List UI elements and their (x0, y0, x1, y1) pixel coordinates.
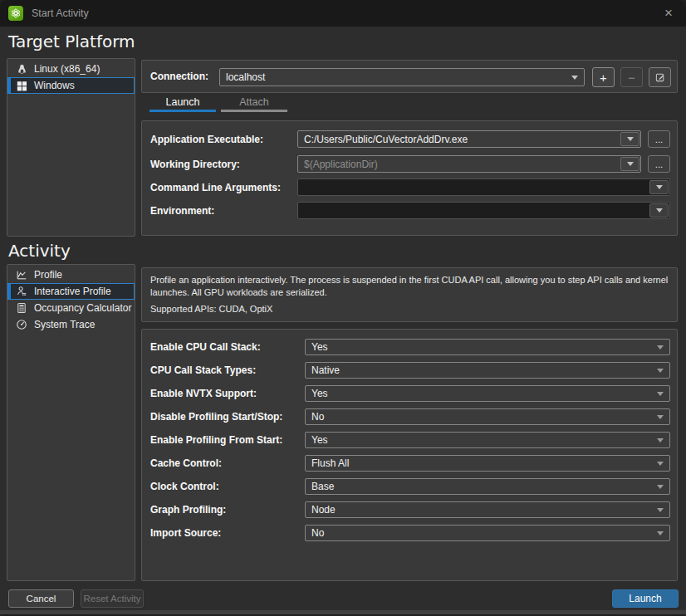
edit-connection-button[interactable] (649, 67, 671, 87)
cache-control-label: Cache Control: (150, 457, 222, 469)
enable-cpu-call-stack-combobox[interactable]: Yes (305, 339, 670, 355)
person-icon (15, 285, 28, 298)
enable-nvtx-support-label: Enable NVTX Support: (150, 388, 257, 399)
launch-button[interactable]: Launch (612, 589, 679, 608)
enable-nvtx-support-combobox[interactable]: Yes (305, 385, 670, 402)
import-source-label: Import Source: (150, 527, 221, 539)
disable-profiling-start-stop-value: No (311, 411, 657, 423)
close-icon[interactable]: × (658, 2, 679, 24)
enable-profiling-from-start-combobox[interactable]: Yes (305, 432, 670, 448)
chevron-down-icon (657, 392, 664, 396)
chevron-down-icon (657, 462, 664, 466)
target-platform-heading: Target Platform (8, 32, 135, 51)
activity-item-label: Profile (34, 269, 62, 281)
application-executable-label: Application Executable: (150, 134, 263, 145)
working-directory-value: $(ApplicationDir) (304, 159, 619, 170)
cache-control-combobox[interactable]: Flush All (305, 455, 670, 472)
connection-panel: Connection: localhost + − (141, 60, 678, 93)
working-directory-label: Working Directory: (150, 159, 240, 170)
disable-profiling-start-stop-combobox[interactable]: No (305, 408, 670, 425)
clock-control-value: Base (311, 481, 657, 492)
supported-apis-text: Supported APIs: CUDA, OptiX (150, 303, 669, 315)
activity-item-occupancy-calculator[interactable]: Occupancy Calculator (7, 300, 135, 316)
chevron-down-icon (657, 508, 664, 512)
chevron-down-icon (571, 76, 578, 80)
platform-item-linux[interactable]: Linux (x86_64) (7, 61, 135, 77)
window-bottom-edge (0, 610, 686, 616)
cpu-call-stack-types-combobox[interactable]: Native (305, 362, 670, 379)
activity-item-system-trace[interactable]: System Trace (7, 316, 135, 333)
enable-cpu-call-stack-label: Enable CPU Call Stack: (150, 341, 261, 353)
linux-icon (15, 62, 28, 76)
chevron-down-icon (657, 415, 664, 419)
options-panel: Enable CPU Call Stack: Yes CPU Call Stac… (141, 329, 678, 581)
connection-label: Connection: (150, 71, 208, 82)
chevron-down-icon (657, 485, 664, 489)
activity-item-label: Occupancy Calculator (34, 302, 131, 314)
chevron-down-icon (657, 531, 664, 535)
activity-heading: Activity (8, 241, 71, 261)
browse-directory-button[interactable]: ... (648, 155, 670, 173)
enable-nvtx-support-value: Yes (311, 388, 657, 399)
window-title: Start Activity (32, 7, 89, 19)
clock-control-label: Clock Control: (150, 481, 219, 492)
activity-item-label: Interactive Profile (34, 286, 111, 297)
chevron-down-icon (649, 203, 669, 218)
calculator-icon (15, 301, 28, 315)
activity-list: Profile Interactive Profile Occupancy Ca… (7, 264, 135, 581)
launch-form-panel: Application Executable: C:/Users/Public/… (141, 120, 678, 236)
import-source-value: No (311, 527, 657, 539)
command-line-arguments-label: Command Line Arguments: (150, 182, 281, 193)
connection-combobox[interactable]: localhost (219, 68, 585, 86)
activity-description-text: Profile an application interactively. Th… (150, 274, 669, 299)
graph-profiling-label: Graph Profiling: (150, 504, 226, 516)
activity-item-label: System Trace (34, 319, 95, 330)
chart-icon (15, 268, 28, 281)
tab-attach-underline (221, 110, 287, 112)
command-line-arguments-input[interactable] (297, 178, 670, 196)
working-directory-combobox[interactable]: $(ApplicationDir) (297, 155, 641, 173)
chevron-down-icon (649, 180, 669, 194)
remove-connection-button[interactable]: − (620, 67, 643, 87)
activity-item-interactive-profile[interactable]: Interactive Profile (7, 283, 135, 300)
environment-label: Environment: (150, 205, 214, 217)
disable-profiling-start-stop-label: Disable Profiling Start/Stop: (150, 411, 282, 423)
platform-item-label: Linux (x86_64) (34, 63, 100, 75)
environment-input[interactable] (297, 202, 670, 219)
windows-icon (15, 79, 28, 92)
nsight-logo-icon (8, 6, 23, 21)
title-bar: Start Activity × (0, 0, 686, 27)
cpu-call-stack-types-label: CPU Call Stack Types: (150, 364, 256, 376)
connection-value: localhost (226, 71, 571, 83)
start-activity-dialog: Start Activity × Target Platform Linux (… (0, 0, 686, 616)
chevron-down-icon (620, 132, 639, 146)
tab-attach[interactable]: Attach (221, 96, 287, 108)
edit-pencil-icon (654, 71, 666, 83)
graph-profiling-value: Node (311, 504, 657, 516)
browse-executable-button[interactable]: ... (648, 130, 670, 148)
reset-activity-button[interactable]: Reset Activity (81, 589, 144, 608)
tab-launch[interactable]: Launch (149, 96, 216, 108)
platform-item-windows[interactable]: Windows (7, 77, 135, 94)
application-executable-value: C:/Users/Public/CuVectorAddDrv.exe (304, 134, 619, 145)
enable-cpu-call-stack-value: Yes (311, 341, 657, 353)
enable-profiling-from-start-label: Enable Profiling From Start: (150, 434, 282, 446)
activity-item-profile[interactable]: Profile (7, 266, 135, 283)
tab-launch-underline (149, 110, 216, 112)
platform-item-label: Windows (34, 80, 75, 91)
clock-control-combobox[interactable]: Base (305, 478, 670, 495)
cache-control-value: Flush All (311, 457, 657, 469)
import-source-combobox[interactable]: No (305, 525, 670, 541)
enable-profiling-from-start-value: Yes (311, 434, 657, 446)
cpu-call-stack-types-value: Native (311, 364, 657, 376)
gauge-icon (15, 318, 28, 331)
chevron-down-icon (657, 438, 664, 442)
chevron-down-icon (657, 369, 664, 373)
activity-description-panel: Profile an application interactively. Th… (141, 267, 678, 322)
application-executable-combobox[interactable]: C:/Users/Public/CuVectorAddDrv.exe (297, 130, 641, 148)
graph-profiling-combobox[interactable]: Node (305, 501, 670, 518)
chevron-down-icon (657, 345, 664, 350)
add-connection-button[interactable]: + (592, 67, 615, 87)
chevron-down-icon (620, 157, 639, 171)
cancel-button[interactable]: Cancel (8, 589, 74, 608)
